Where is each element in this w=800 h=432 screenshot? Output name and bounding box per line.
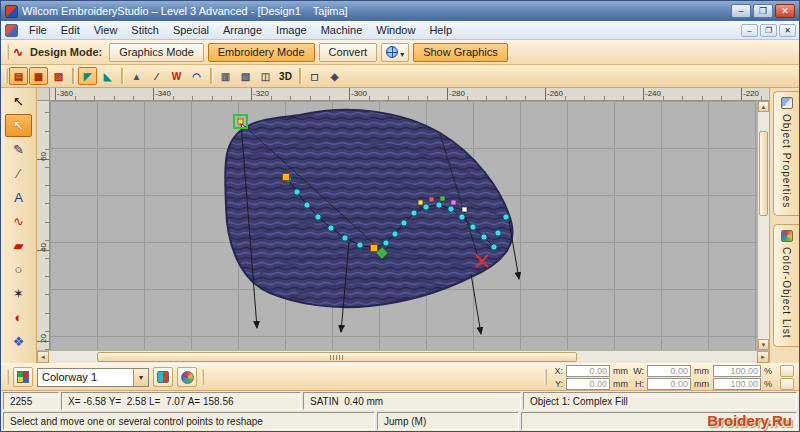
anchor-node[interactable] <box>238 119 243 124</box>
satin-stitch-icon[interactable]: ▦ <box>29 67 48 85</box>
mirror-merge-tool[interactable]: ◐ <box>5 306 32 329</box>
scroll-left-icon[interactable]: ◄ <box>37 351 49 363</box>
h-value-field[interactable]: 0.00 <box>647 378 691 390</box>
show-graphics-button[interactable]: Show Graphics <box>413 43 508 62</box>
embroidery-mode-button[interactable]: Embroidery Mode <box>208 43 315 62</box>
menu-edit[interactable]: Edit <box>54 23 87 37</box>
y-value-field[interactable]: 0.00 <box>566 378 610 390</box>
star-tool[interactable]: ✶ <box>5 282 32 305</box>
control-point[interactable] <box>495 230 501 236</box>
menu-window[interactable]: Window <box>369 23 422 37</box>
control-point[interactable] <box>294 189 300 195</box>
horizontal-scrollbar[interactable]: ◄ ► <box>37 350 769 363</box>
control-point[interactable] <box>423 204 429 210</box>
control-point[interactable] <box>357 242 363 248</box>
control-point[interactable] <box>481 234 487 240</box>
document-icon[interactable] <box>5 24 18 37</box>
edit-object-tool[interactable]: ✎ <box>5 138 32 161</box>
control-point[interactable] <box>436 202 442 208</box>
run-stitch-tool[interactable]: ∿ <box>5 210 32 233</box>
minimize-button[interactable]: – <box>731 4 751 18</box>
color-wheel-tool[interactable]: ❖ <box>5 330 32 353</box>
vertical-scroll-thumb[interactable] <box>759 131 768 216</box>
x-value-field[interactable]: 0.00 <box>566 365 610 377</box>
scroll-right-icon[interactable]: ► <box>757 351 769 363</box>
control-point[interactable] <box>503 214 509 220</box>
control-point[interactable] <box>448 206 454 212</box>
maximize-button[interactable]: ❐ <box>753 4 773 18</box>
pan-icon[interactable]: ◈ <box>325 67 344 85</box>
control-point[interactable] <box>328 225 334 231</box>
corner-node[interactable] <box>283 174 290 181</box>
3d-view-icon[interactable]: 3D <box>276 67 295 85</box>
corner-node[interactable] <box>371 245 378 252</box>
stitch-edit-icon[interactable]: ◣ <box>98 67 117 85</box>
w-value-field[interactable]: 0.00 <box>647 365 691 377</box>
toolbar-grip[interactable] <box>5 68 8 84</box>
control-point[interactable] <box>411 210 417 216</box>
control-point[interactable] <box>342 235 348 241</box>
control-point[interactable] <box>392 231 398 237</box>
control-point[interactable] <box>491 244 497 250</box>
control-point[interactable] <box>401 220 407 226</box>
backstitch-icon[interactable]: ◠ <box>187 67 206 85</box>
run-stitch-icon[interactable]: ▤ <box>9 67 28 85</box>
vertical-scrollbar[interactable]: ▲ ▼ <box>757 101 769 350</box>
toolbar-grip[interactable] <box>6 369 9 385</box>
zoom-box-icon[interactable]: ◻ <box>305 67 324 85</box>
wave-effect-icon[interactable]: W <box>167 67 186 85</box>
stitch-angle-icon[interactable]: ▥ <box>216 67 235 85</box>
transform-reset-button[interactable] <box>780 378 794 390</box>
horizontal-scroll-thumb[interactable] <box>97 352 577 362</box>
colorway-palette-button[interactable] <box>13 367 33 387</box>
tab-object-properties[interactable]: Object Properties <box>773 91 799 216</box>
tatami-stitch-icon[interactable]: ▨ <box>49 67 68 85</box>
control-point[interactable] <box>470 224 476 230</box>
toolbar-grip[interactable] <box>6 44 9 60</box>
control-point[interactable] <box>315 214 321 220</box>
menu-view[interactable]: View <box>87 23 125 37</box>
hoop-globe-button[interactable] <box>381 43 409 62</box>
menu-stitch[interactable]: Stitch <box>124 23 166 37</box>
underlay-icon[interactable]: ▧ <box>236 67 255 85</box>
control-point[interactable] <box>383 240 389 246</box>
select-tool[interactable]: ↖ <box>5 90 32 113</box>
toolbar-grip[interactable] <box>201 369 204 385</box>
toolbar-grip[interactable] <box>544 369 547 385</box>
reshape-object-icon[interactable]: ◤ <box>78 67 97 85</box>
close-button[interactable]: ✕ <box>775 4 795 18</box>
menu-machine[interactable]: Machine <box>314 23 370 37</box>
scroll-down-icon[interactable]: ▼ <box>758 339 769 350</box>
ellipse-tool[interactable]: ○ <box>5 258 32 281</box>
edit-colorway-button[interactable] <box>153 367 173 387</box>
pull-comp-icon[interactable]: ◫ <box>256 67 275 85</box>
tab-color-object-list[interactable]: Color-Object List <box>773 224 799 346</box>
chevron-down-icon[interactable] <box>133 369 148 386</box>
scroll-up-icon[interactable]: ▲ <box>758 101 769 112</box>
menu-image[interactable]: Image <box>269 23 314 37</box>
fill-stitch-tool[interactable]: ▰ <box>5 234 32 257</box>
slant-icon[interactable]: ∕ <box>147 67 166 85</box>
menu-help[interactable]: Help <box>422 23 459 37</box>
convert-button[interactable]: Convert <box>319 43 378 62</box>
control-point[interactable] <box>304 202 310 208</box>
color-wheel-button[interactable] <box>177 367 197 387</box>
scale-x-field[interactable]: 100.00 <box>713 365 761 377</box>
mdi-minimize-button[interactable]: – <box>741 24 758 37</box>
scale-y-field[interactable]: 100.00 <box>713 378 761 390</box>
lettering-tool[interactable]: A <box>5 186 32 209</box>
menu-special[interactable]: Special <box>166 23 216 37</box>
closest-join-icon[interactable]: ▲ <box>127 67 146 85</box>
mdi-restore-button[interactable]: ❐ <box>760 24 777 37</box>
control-point[interactable] <box>459 214 465 220</box>
mdi-close-button[interactable]: ✕ <box>779 24 796 37</box>
graphics-mode-button[interactable]: Graphics Mode <box>109 43 204 62</box>
colorway-select[interactable]: Colorway 1 <box>37 368 149 387</box>
menu-file[interactable]: File <box>22 23 54 37</box>
design-canvas[interactable] <box>50 101 757 350</box>
knife-tool[interactable]: ∕ <box>5 162 32 185</box>
reshape-tool[interactable]: ↖ <box>5 114 32 137</box>
embroidery-object[interactable] <box>225 110 512 307</box>
transform-apply-button[interactable] <box>780 365 794 377</box>
menu-arrange[interactable]: Arrange <box>216 23 269 37</box>
